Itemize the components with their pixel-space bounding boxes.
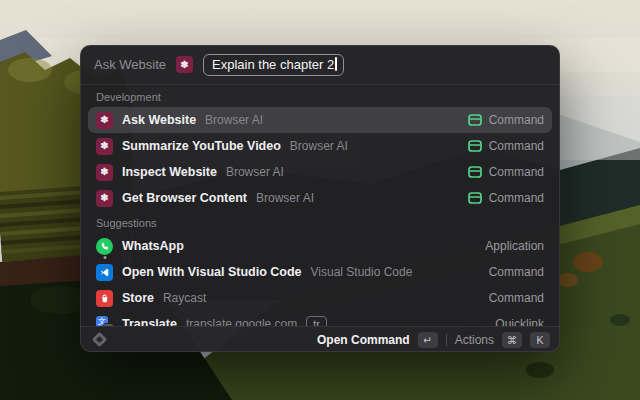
result-type: Command: [489, 191, 544, 205]
result-title: Store: [122, 291, 154, 305]
result-subtitle: Browser AI: [256, 191, 314, 205]
dev-command-icon: [468, 140, 482, 152]
raycast-window: Ask Website ✽ Explain the chapter 2 Deve…: [80, 45, 560, 352]
result-type: Quicklink: [495, 317, 544, 326]
vscode-icon: [96, 264, 113, 281]
browser-ai-icon: ✽: [96, 190, 113, 207]
result-row-summarize-youtube-video[interactable]: ✽Summarize YouTube VideoBrowser AI Comma…: [88, 133, 552, 159]
cmd-keycap: ⌘: [502, 332, 522, 348]
section-header-suggestions: Suggestions: [88, 211, 552, 233]
search-header: Ask Website ✽ Explain the chapter 2: [80, 45, 560, 85]
quicklink-tag: tr: [306, 316, 326, 326]
result-type: Command: [489, 139, 544, 153]
result-row-store[interactable]: StoreRaycastCommand: [88, 285, 552, 311]
result-type: Command: [489, 291, 544, 305]
results-list[interactable]: Development✽Ask WebsiteBrowser AI Comman…: [80, 85, 560, 326]
result-subtitle: Visual Studio Code: [311, 265, 413, 279]
result-subtitle: translate.google.com: [186, 317, 297, 326]
result-subtitle: Raycast: [163, 291, 206, 305]
footer-bar: Open Command ↵ Actions ⌘ K: [80, 326, 560, 352]
command-context-label: Ask Website: [94, 57, 166, 72]
running-indicator-dot: [103, 256, 106, 259]
text-caret: [335, 57, 337, 71]
result-title: Get Browser Content: [122, 191, 247, 205]
result-title: Summarize YouTube Video: [122, 139, 281, 153]
browser-ai-icon: ✽: [96, 138, 113, 155]
result-row-whatsapp[interactable]: WhatsAppApplication: [88, 233, 552, 259]
dev-command-icon: [468, 166, 482, 178]
browser-ai-icon: ✽: [176, 56, 193, 73]
result-title: WhatsApp: [122, 239, 184, 253]
raycast-store-icon: [96, 290, 113, 307]
result-title: Translate: [122, 317, 177, 326]
result-type: Command: [489, 113, 544, 127]
open-command-label[interactable]: Open Command: [317, 333, 410, 347]
browser-ai-icon: ✽: [96, 164, 113, 181]
section-header-development: Development: [88, 85, 552, 107]
whatsapp-icon: [96, 238, 113, 255]
result-title: Inspect Website: [122, 165, 217, 179]
result-subtitle: Browser AI: [290, 139, 348, 153]
result-row-get-browser-content[interactable]: ✽Get Browser ContentBrowser AI Command: [88, 185, 552, 211]
raycast-logo-icon: [92, 332, 108, 348]
result-row-translate[interactable]: 文 aTranslatetranslate.google.comtrQuickl…: [88, 311, 552, 326]
search-input-value: Explain the chapter 2: [212, 57, 334, 72]
result-type: Command: [489, 165, 544, 179]
k-keycap: K: [530, 332, 550, 348]
actions-label[interactable]: Actions: [455, 333, 494, 347]
return-keycap: ↵: [418, 332, 438, 348]
result-row-ask-website[interactable]: ✽Ask WebsiteBrowser AI Command: [88, 107, 552, 133]
result-subtitle: Browser AI: [226, 165, 284, 179]
dev-command-icon: [468, 192, 482, 204]
search-input[interactable]: Explain the chapter 2: [203, 54, 344, 76]
result-type: Command: [489, 265, 544, 279]
google-translate-icon: 文 a: [96, 316, 113, 327]
result-title: Ask Website: [122, 113, 196, 127]
result-row-open-with-visual-studio-code[interactable]: Open With Visual Studio CodeVisual Studi…: [88, 259, 552, 285]
dev-command-icon: [468, 114, 482, 126]
footer-divider: [446, 334, 447, 346]
google-translate-secondary-glyph: a: [104, 324, 113, 327]
result-row-inspect-website[interactable]: ✽Inspect WebsiteBrowser AI Command: [88, 159, 552, 185]
result-title: Open With Visual Studio Code: [122, 265, 302, 279]
browser-ai-icon: ✽: [96, 112, 113, 129]
result-type: Application: [485, 239, 544, 253]
result-subtitle: Browser AI: [205, 113, 263, 127]
